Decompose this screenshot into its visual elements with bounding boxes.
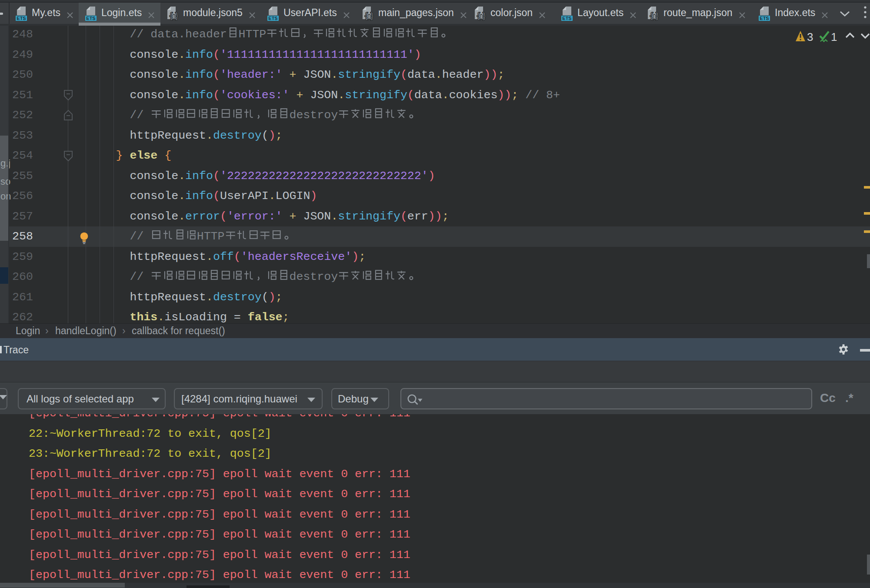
svg-text:ETS: ETS xyxy=(562,16,571,21)
svg-text:{: { xyxy=(477,10,480,20)
svg-text:{: { xyxy=(650,10,653,20)
svg-text:}: } xyxy=(482,10,486,20)
svg-text:{: { xyxy=(169,10,173,20)
svg-text:}: } xyxy=(655,10,659,20)
svg-text:}: } xyxy=(370,10,373,20)
svg-text:ETS: ETS xyxy=(17,16,26,21)
svg-text:ETS: ETS xyxy=(268,16,277,21)
svg-text:ETS: ETS xyxy=(760,16,769,21)
svg-text:ETS: ETS xyxy=(86,16,95,21)
svg-text:{: { xyxy=(364,10,368,20)
svg-text:}: } xyxy=(175,10,178,20)
